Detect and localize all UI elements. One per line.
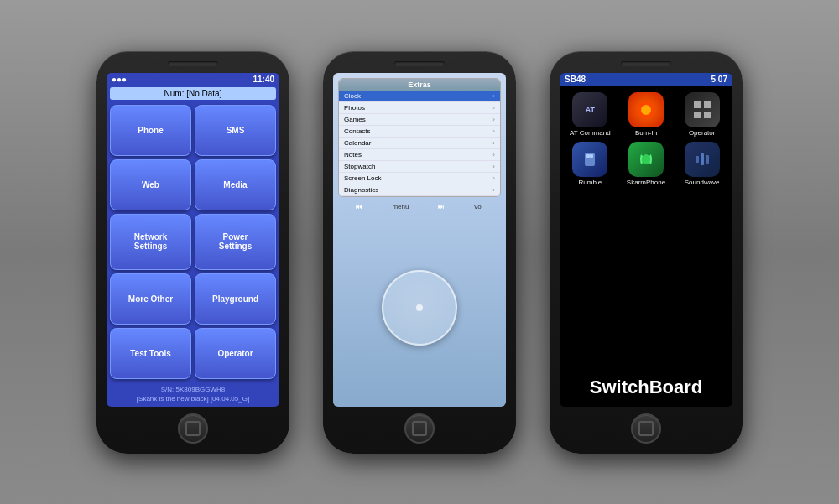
svg-rect-8: [590, 154, 593, 158]
rumble-icon: [572, 142, 607, 177]
phone-3-screen: SB48 5 07 AT AT Command Burn-In Operator: [560, 73, 732, 407]
phone-1-status-bar: ●●● 11:40: [107, 73, 279, 86]
prev-button[interactable]: ⏮: [356, 203, 362, 210]
menu-item-clock-arrow: ›: [492, 92, 495, 100]
svg-rect-11: [701, 153, 704, 165]
phone-1-screen: ●●● 11:40 Num: [No Data] Phone SMS Web M…: [107, 73, 279, 407]
burn-in-label: Burn-In: [635, 129, 657, 137]
menu-item-clock[interactable]: Clock ›: [339, 91, 500, 102]
more-other-button[interactable]: More Other: [110, 273, 191, 325]
phone-2: Extras Clock › Photos › Games › Contacts…: [323, 51, 516, 454]
phone-3-status-bar: SB48 5 07: [560, 73, 732, 86]
menu-item-calendar[interactable]: Calendar ›: [339, 138, 500, 149]
sms-button[interactable]: SMS: [195, 105, 276, 156]
soundwave-label: Soundwave: [685, 179, 720, 186]
phone-3-speaker: [621, 61, 671, 66]
menu-item-notes-label: Notes: [344, 151, 362, 158]
next-button[interactable]: ⏭: [438, 203, 445, 210]
at-command-label: AT Command: [570, 129, 611, 137]
svg-rect-7: [586, 154, 590, 158]
phone-1-sn-line1: S/N: 5K809BGGWH8: [108, 385, 278, 394]
svg-point-1: [641, 105, 651, 115]
skarmphone-label: SkarmPhone: [627, 179, 665, 186]
menu-item-photos-label: Photos: [344, 104, 365, 112]
menu-item-diagnostics[interactable]: Diagnostics ›: [339, 184, 500, 196]
svg-rect-5: [704, 112, 711, 118]
menu-item-screen-lock[interactable]: Screen Lock ›: [339, 173, 500, 184]
menu-item-screen-lock-arrow: ›: [492, 174, 495, 182]
phone-3-icon-grid: AT AT Command Burn-In Operator Rumble: [560, 86, 732, 193]
menu-item-photos[interactable]: Photos ›: [339, 102, 500, 114]
phone-3: SB48 5 07 AT AT Command Burn-In Operator: [550, 51, 743, 454]
svg-rect-10: [696, 156, 699, 163]
menu-item-diagnostics-label: Diagnostics: [344, 186, 378, 194]
menu-item-notes-arrow: ›: [492, 151, 495, 158]
phone-2-scroll-wheel[interactable]: [382, 270, 457, 346]
icon-rumble[interactable]: Rumble: [565, 142, 616, 186]
phone-button[interactable]: Phone: [110, 105, 191, 156]
menu-control-button[interactable]: menu: [392, 203, 409, 210]
svg-rect-2: [694, 101, 701, 108]
phone-3-time: 5 07: [711, 75, 727, 84]
phone-2-speaker: [394, 61, 445, 66]
at-command-icon: AT: [572, 92, 607, 127]
phone-2-wheel-area: [333, 214, 506, 407]
menu-item-calendar-arrow: ›: [492, 139, 495, 147]
network-settings-button[interactable]: NetworkSettings: [110, 214, 191, 270]
rumble-label: Rumble: [579, 179, 602, 186]
phone-1-time: 11:40: [253, 75, 274, 84]
icon-soundwave[interactable]: Soundwave: [676, 142, 727, 186]
soundwave-icon: [685, 142, 720, 177]
vol-button[interactable]: vol: [474, 203, 482, 210]
skarmphone-icon: [628, 142, 664, 177]
operator-label: Operator: [689, 129, 716, 137]
svg-rect-4: [694, 112, 701, 118]
media-button[interactable]: Media: [195, 159, 276, 210]
icon-at-command[interactable]: AT AT Command: [565, 92, 616, 137]
phone-1: ●●● 11:40 Num: [No Data] Phone SMS Web M…: [96, 51, 289, 454]
icon-operator[interactable]: Operator: [676, 92, 727, 137]
icon-skarmphone[interactable]: SkarmPhone: [621, 142, 672, 186]
phone-2-extras-menu: Extras Clock › Photos › Games › Contacts…: [338, 78, 501, 197]
phone-1-sn-info: S/N: 5K809BGGWH8 [Skank is the new black…: [107, 382, 279, 406]
menu-item-calendar-label: Calendar: [344, 139, 371, 147]
operator-button[interactable]: Operator: [195, 328, 276, 379]
operator-icon: [685, 92, 720, 127]
svg-rect-12: [706, 155, 709, 164]
svg-rect-3: [704, 101, 711, 108]
menu-item-stopwatch-label: Stopwatch: [344, 163, 375, 170]
phone-1-num-display: Num: [No Data]: [110, 87, 276, 100]
menu-item-games[interactable]: Games ›: [339, 114, 500, 126]
menu-item-games-label: Games: [344, 116, 366, 123]
svg-rect-6: [585, 153, 595, 166]
playground-button[interactable]: Playground: [195, 273, 276, 325]
icon-burn-in[interactable]: Burn-In: [621, 92, 672, 137]
phone-3-carrier: SB48: [565, 75, 586, 84]
phone-1-home-button[interactable]: [178, 413, 208, 444]
phone-2-menu-title: Extras: [339, 79, 500, 91]
web-button[interactable]: Web: [110, 159, 191, 210]
test-tools-button[interactable]: Test Tools: [110, 328, 191, 379]
svg-point-9: [642, 154, 650, 164]
menu-item-stopwatch-arrow: ›: [492, 163, 495, 170]
switchboard-title: SwitchBoard: [560, 368, 732, 407]
menu-item-stopwatch[interactable]: Stopwatch ›: [339, 161, 500, 173]
menu-item-games-arrow: ›: [492, 116, 495, 123]
menu-item-screen-lock-label: Screen Lock: [344, 174, 381, 182]
menu-item-contacts[interactable]: Contacts ›: [339, 126, 500, 138]
menu-item-diagnostics-arrow: ›: [492, 186, 495, 194]
menu-item-contacts-label: Contacts: [344, 127, 371, 135]
power-settings-button[interactable]: PowerSettings: [195, 214, 276, 270]
phone-2-screen: Extras Clock › Photos › Games › Contacts…: [333, 73, 506, 407]
phone-1-button-grid: Phone SMS Web Media NetworkSettings Powe…: [107, 101, 279, 383]
menu-item-contacts-arrow: ›: [492, 127, 495, 135]
menu-item-notes[interactable]: Notes ›: [339, 149, 500, 161]
phone-2-home-button[interactable]: [404, 413, 435, 444]
phone-3-home-button[interactable]: [631, 413, 661, 444]
phone-1-signal: ●●●: [112, 75, 127, 84]
phone-2-controls: ⏮ menu ⏭ vol: [333, 200, 506, 214]
menu-item-photos-arrow: ›: [492, 104, 495, 112]
phone-1-sn-line2: [Skank is the new black] [04.04.05_G]: [108, 394, 278, 403]
burn-in-icon: [628, 92, 664, 127]
menu-item-clock-label: Clock: [344, 92, 361, 100]
